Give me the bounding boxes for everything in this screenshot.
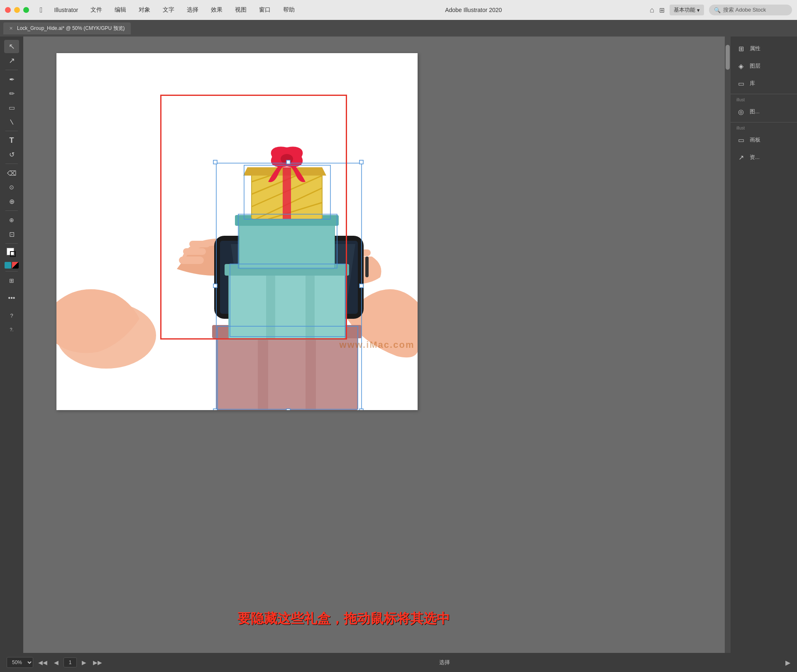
svg-rect-49 (213, 284, 217, 288)
nav-last-button[interactable]: ▶▶ (91, 658, 104, 667)
svg-rect-11 (365, 257, 369, 277)
pen-tool[interactable]: ✒ (4, 73, 19, 86)
lasso-icon: ⊙ (9, 184, 14, 191)
layer-icon-button[interactable]: ⊞ (4, 274, 19, 287)
menu-bar:  Illustrator 文件 编辑 对象 文字 选择 效果 视图 窗口 帮助… (0, 0, 797, 20)
svg-rect-48 (213, 409, 217, 410)
svg-rect-46 (359, 409, 363, 410)
scroll-thumb[interactable] (726, 45, 730, 70)
tool-separator-1 (5, 70, 18, 70)
page-number-input[interactable] (64, 657, 77, 667)
home-button[interactable]: ⌂ (650, 6, 654, 15)
menu-illustrator[interactable]: Illustrator (52, 5, 81, 15)
menu-text[interactable]: 文字 (160, 5, 177, 15)
color-swatch-2[interactable] (12, 262, 19, 269)
status-tool-label[interactable]: 选择 (107, 659, 782, 666)
scroll-bar-vertical[interactable] (725, 37, 731, 653)
menu-select[interactable]: 选择 (184, 5, 201, 15)
menu-file[interactable]: 文件 (88, 5, 105, 15)
eraser-tool[interactable]: ⌫ (4, 166, 19, 180)
layers-panel-icon: ◈ (736, 61, 746, 71)
stock-search-box[interactable]: 🔍 搜索 Adobe Stock (709, 5, 792, 15)
svg-rect-17 (229, 273, 345, 340)
workspace-selector[interactable]: 基本功能 ▾ (670, 5, 704, 15)
nav-first-button[interactable]: ◀◀ (37, 658, 49, 667)
direct-select-icon: ↗ (9, 56, 15, 65)
artwork-illustration (56, 53, 418, 410)
type-icon: T (10, 136, 14, 145)
play-button[interactable]: ▶ (785, 659, 790, 667)
panel-library-label: 库 (750, 80, 755, 87)
menu-object[interactable]: 对象 (136, 5, 153, 15)
menu-window[interactable]: 窗口 (257, 5, 273, 15)
svg-rect-12 (216, 335, 357, 410)
workspace-grid-button[interactable]: ⊞ (659, 6, 665, 14)
line-icon: / (8, 118, 15, 125)
menu-help[interactable]: 帮助 (281, 5, 297, 15)
svg-rect-1 (179, 257, 204, 264)
close-button[interactable] (5, 7, 11, 13)
panel-layers[interactable]: ◈ 图层 (731, 57, 797, 75)
pencil-tool[interactable]: ✏ (4, 87, 19, 100)
question-tool[interactable]: ? (4, 309, 19, 322)
shape-builder-tool[interactable]: ⊕ (4, 195, 19, 208)
direct-select-tool[interactable]: ↗ (4, 54, 19, 67)
line-tool[interactable]: / (4, 115, 19, 128)
more-tools: ••• (4, 288, 19, 308)
svg-rect-15 (306, 335, 316, 410)
svg-rect-20 (306, 273, 315, 340)
maximize-button[interactable] (23, 7, 29, 13)
svg-rect-47 (286, 409, 290, 410)
stroke-color-box (10, 251, 16, 257)
more-tools-button[interactable]: ••• (4, 291, 19, 305)
menu-right-controls: ⌂ ⊞ 基本功能 ▾ 🔍 搜索 Adobe Stock (650, 5, 792, 15)
svg-rect-14 (258, 335, 268, 410)
svg-rect-43 (286, 160, 290, 164)
shape-builder-icon: ⊕ (9, 198, 15, 205)
rotate-tool[interactable]: ↺ (4, 148, 19, 161)
panel-image-label: 图... (750, 108, 760, 115)
color-fill-stroke[interactable] (4, 246, 19, 259)
zoom-tool[interactable]: ⊕ (4, 213, 19, 227)
artboard-tool[interactable]: ⊡ (4, 227, 19, 241)
active-tab[interactable]: ✕ Lock_Group_Hide.ai* @ 50% (CMYK/GPU 预览… (3, 22, 131, 34)
apple-icon[interactable]:  (40, 6, 43, 15)
status-bar: 50% 75% 100% 150% 200% ◀◀ ◀ ▶ ▶▶ 选择 ▶ (0, 653, 797, 672)
panel-properties[interactable]: ⊞ 属性 (731, 40, 797, 57)
artboard-icon: ⊡ (9, 230, 15, 238)
menu-edit[interactable]: 编辑 (112, 5, 129, 15)
minimize-button[interactable] (14, 7, 20, 13)
lasso-tool[interactable]: ⊙ (4, 181, 19, 194)
color-swatch-1[interactable] (5, 262, 11, 269)
tool-separator-3 (5, 164, 18, 164)
svg-rect-42 (213, 160, 217, 164)
tab-close-icon[interactable]: ✕ (9, 26, 13, 31)
ellipsis-icon: ••• (8, 294, 15, 302)
rectangle-tool[interactable]: ▭ (4, 101, 19, 114)
select-tool[interactable]: ↖ (4, 40, 19, 53)
svg-rect-44 (359, 160, 363, 164)
zoom-select[interactable]: 50% 75% 100% 150% 200% (7, 657, 33, 668)
rotate-icon: ↺ (9, 151, 15, 159)
menu-effect[interactable]: 效果 (208, 5, 225, 15)
zoom-icon: ⊕ (9, 217, 14, 223)
panel-artboard[interactable]: ▭ 画板 (731, 131, 797, 149)
panel-image[interactable]: ◎ 图... (731, 103, 797, 120)
nav-next-button[interactable]: ▶ (80, 658, 88, 667)
panel-library[interactable]: ▭ 库 (731, 75, 797, 92)
caption-text: 要隐藏这些礼盒，拖动鼠标将其选中 (23, 610, 664, 628)
nav-prev-button[interactable]: ◀ (52, 658, 60, 667)
tool-separator-5 (5, 243, 18, 244)
pen-icon: ✒ (9, 76, 15, 83)
panel-assets[interactable]: ↗ 资... (731, 149, 797, 166)
panel-separator-2 (731, 122, 797, 122)
tool-separator-2 (5, 131, 18, 131)
properties-icon: ⊞ (736, 44, 746, 53)
select-icon: ↖ (9, 42, 15, 51)
menu-view[interactable]: 视图 (232, 5, 249, 15)
type-tool[interactable]: T (4, 134, 19, 147)
canvas-area[interactable]: 要隐藏这些礼盒，拖动鼠标将其选中 www.iMac.com (23, 37, 731, 653)
search-placeholder: 搜索 Adobe Stock (723, 6, 766, 14)
panel-properties-label: 属性 (750, 45, 760, 52)
extra-tool[interactable]: ?. (4, 323, 19, 336)
